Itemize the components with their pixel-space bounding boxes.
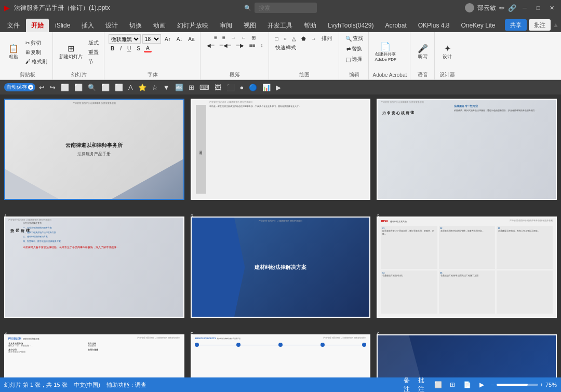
qa-tool4[interactable]: ⬜ (100, 83, 111, 92)
slide-thumb-9[interactable]: 建设工程纠纷解决方案 (377, 334, 557, 377)
tab-transitions[interactable]: 切换 (124, 19, 147, 32)
qa-tool15[interactable]: ● (238, 83, 246, 92)
tab-developer[interactable]: 开发工具 (262, 19, 298, 32)
qa-tool3[interactable]: 🔍 (86, 83, 98, 92)
bold-button[interactable]: B (109, 45, 116, 52)
align-left-button[interactable]: ◀═ (205, 42, 217, 49)
close-button[interactable]: ✕ (546, 3, 557, 13)
toolbar-icon2[interactable]: 🔗 (508, 4, 516, 12)
tab-okplus[interactable]: OKPlus 4.8 (413, 19, 455, 32)
qa-tool5[interactable]: ⬜ (113, 83, 125, 92)
format-painter-button[interactable]: 🖌 格式刷 (23, 58, 49, 66)
qa-tool11[interactable]: ⊞ (187, 83, 196, 92)
slide-sorter-button[interactable]: ⊞ (447, 380, 458, 390)
listen-button[interactable]: 🎤 听写 (415, 44, 431, 61)
tab-animations[interactable]: 动画 (148, 19, 171, 32)
slideshow-button[interactable]: ▶ (476, 380, 487, 390)
qa-tool13[interactable]: 🖼 (213, 83, 223, 92)
slide-thumb-4[interactable]: 严华管理 强烈评价 让律师事务所 拥有更多获利 律 所 优 势 乙方业务承接任务… (4, 217, 184, 318)
tab-slideshow[interactable]: 幻灯片放映 (172, 19, 213, 32)
new-slide-button[interactable]: ⊞ 新建幻灯片 (57, 44, 85, 61)
qa-tool10[interactable]: 🔤 (173, 83, 185, 92)
qa-tool18[interactable]: ▶ (274, 83, 283, 92)
slide-thumb-1[interactable]: 严华管理 强烈评价 让律师事务所 拥有更多获利 云南律道以和律师事务所 法律服务… (4, 99, 184, 200)
reset-button[interactable]: 重置 (86, 48, 101, 57)
tab-onekey[interactable]: OneKey Lite (456, 19, 500, 32)
select-button[interactable]: ⬚选择 (344, 55, 364, 63)
qa-tool6[interactable]: A (127, 83, 135, 92)
comments-button[interactable]: 批注 (418, 380, 429, 390)
notes-button[interactable]: 备注 (404, 380, 414, 390)
share-button[interactable]: 共享 (505, 19, 527, 31)
autosave-toggle[interactable]: 自动保存 ● (4, 83, 35, 91)
clear-format-button[interactable]: Aa (186, 36, 196, 43)
zoom-in-button[interactable]: + (540, 382, 543, 388)
outdent-button[interactable]: ← (239, 34, 248, 41)
font-size-up-button[interactable]: A↑ (163, 36, 173, 43)
slide-thumb-2[interactable]: 严华管理 强烈评价 让律师事务所 拥有更多获利 律所简介 本所是一家在昆明注册成… (191, 99, 371, 200)
bullets-button[interactable]: ≡ (212, 34, 219, 41)
font-family-select[interactable]: 微软雅黑 (109, 34, 141, 44)
qa-tool16[interactable]: 🔵 (247, 83, 259, 92)
expand-icon[interactable]: ▲ (553, 21, 559, 29)
slide-thumb-5[interactable]: 严华管理 强烈评价 让律师事务所 拥有更多获利 建材纠纷法律解决方案 (191, 217, 371, 318)
qa-tool17[interactable]: 📊 (261, 83, 272, 92)
qa-tool1[interactable]: ⬜ (59, 83, 71, 92)
font-size-down-button[interactable]: A↓ (175, 36, 185, 43)
zoom-slider[interactable] (497, 384, 538, 386)
replace-button[interactable]: ⇄替换 (344, 45, 364, 53)
shape-btn-4[interactable]: ⬟ (299, 34, 308, 43)
align-right-button[interactable]: ═▶ (234, 42, 246, 49)
slide-thumb-8[interactable]: SERVICE PRODUCTS 建材纠纷法律解决服务产品系产品 严华管理 强烈… (191, 334, 371, 377)
arrange-button[interactable]: 排列 (319, 34, 334, 43)
tab-file[interactable]: 文件 (2, 19, 25, 32)
shape-btn-3[interactable]: △ (290, 34, 298, 43)
slide-thumb-7[interactable]: PROBLEM 建材纠纷法律合集 严华管理 强烈评价 让律师事务所 拥有更多获利… (4, 334, 184, 377)
columns-button[interactable]: ⊞ (249, 34, 258, 41)
toolbar-icon1[interactable]: ✏ (499, 4, 505, 12)
undo-button[interactable]: ↩ (37, 83, 46, 92)
tab-insert[interactable]: 插入 (76, 19, 99, 32)
paste-button[interactable]: 📋 粘贴 (5, 44, 22, 61)
tab-lvyhtools[interactable]: LvyhTools(0429) (323, 19, 379, 32)
restore-button[interactable]: □ (533, 3, 543, 13)
copy-button[interactable]: ⊞ 复制 (23, 48, 49, 57)
font-size-select[interactable]: 18 (142, 34, 161, 44)
design-button[interactable]: ✦ 设计 (439, 44, 456, 61)
shape-btn-2[interactable]: ○ (282, 34, 289, 43)
search-input[interactable] (255, 3, 317, 13)
tab-home[interactable]: 开始 (26, 19, 49, 32)
qa-tool8[interactable]: ☆ (150, 83, 159, 92)
strikethrough-button[interactable]: S (135, 45, 142, 52)
qa-tool9[interactable]: ▼ (162, 83, 171, 92)
justify-button[interactable]: ≡≡ (247, 42, 258, 49)
qa-tool12[interactable]: ⌨ (198, 83, 211, 92)
redo-button[interactable]: ↪ (48, 83, 57, 92)
cut-button[interactable]: ✂ 剪切 (23, 39, 49, 47)
align-center-button[interactable]: ═◀═ (218, 42, 233, 49)
line-spacing-button[interactable]: ↕ (259, 42, 265, 49)
shape-btn-5[interactable]: → (309, 34, 318, 43)
italic-button[interactable]: I (118, 45, 124, 52)
slide-thumb-6[interactable]: RISK 建材纠纷方案风险 严华管理 强烈评价 让律师事务所 拥有更多获利 01… (377, 217, 557, 318)
font-color-button[interactable]: A (144, 45, 152, 52)
tab-review[interactable]: 审阅 (215, 19, 237, 32)
qa-tool14[interactable]: ⬛ (225, 83, 236, 92)
minimize-button[interactable]: ─ (519, 3, 530, 13)
quick-styles-button[interactable]: 快速样式 (273, 44, 298, 52)
tab-islide[interactable]: iSlide (50, 19, 75, 32)
find-button[interactable]: 🔍查找 (343, 34, 365, 43)
normal-view-button[interactable]: ⬜ (433, 380, 443, 390)
tab-view[interactable]: 视图 (238, 19, 261, 32)
reading-view-button[interactable]: 📄 (462, 380, 472, 390)
tab-help[interactable]: 帮助 (299, 19, 322, 32)
qa-tool7[interactable]: ⭐ (137, 83, 148, 92)
tab-acrobat[interactable]: Acrobat (380, 19, 411, 32)
section-button[interactable]: 节 (86, 58, 101, 66)
create-pdf-button[interactable]: 📄 创建并共享 Adobe PDF (373, 42, 398, 63)
comment-button[interactable]: 批注 (529, 19, 551, 31)
tab-design[interactable]: 设计 (100, 19, 123, 32)
slide-thumb-3[interactable]: 严华管理 强烈评价 让律师事务所 拥有更多获利 律 所 核 心 竞 争 力 法律… (377, 99, 557, 200)
qa-tool2[interactable]: ⬜ (73, 83, 84, 92)
zoom-out-button[interactable]: − (491, 382, 494, 388)
